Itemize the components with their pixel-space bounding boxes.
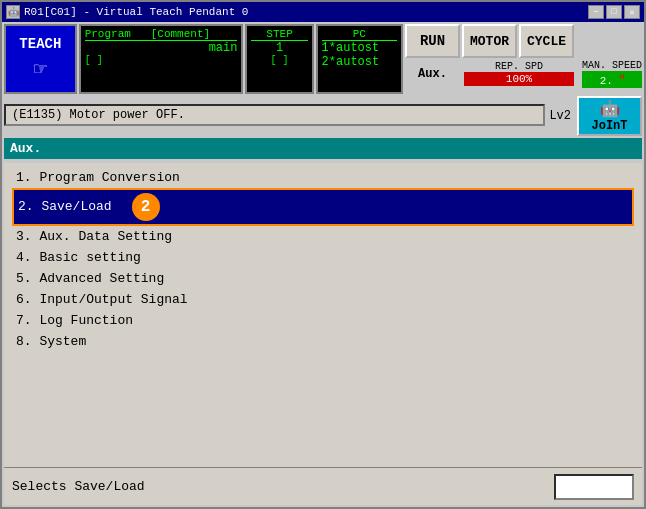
pc-line1: 1*autost [322,41,397,55]
teach-label: TEACH [19,36,61,52]
menu-list: 1. Program Conversion2. Save/Load23. Aux… [4,163,642,467]
status-message-box: (E1135) Motor power OFF. [4,104,545,126]
joint-label: JoInT [591,119,627,133]
app-icon: 🤖 [6,5,20,19]
program-comment-box: Program [Comment] main [ ] [79,24,244,94]
bottom-status-text: Selects Save/Load [12,479,145,494]
rep-spd-bar: 100% [464,72,574,86]
pc-box: PC 1*autost 2*autost [316,24,403,94]
pc-header: PC [322,28,397,41]
joint-icon: 🤖 [600,99,620,119]
man-speed-section: MAN. SPEED 2. H [582,60,642,88]
title-bar-left: 🤖 R01[C01] - Virtual Teach Pendant 0 [6,5,248,19]
teach-button[interactable]: TEACH ☞ [4,24,77,94]
joint-button[interactable]: 🤖 JoInT [577,96,642,136]
lv-joint-area: Lv2 🤖 JoInT [549,96,642,136]
title-bar: 🤖 R01[C01] - Virtual Teach Pendant 0 − □… [2,2,644,22]
menu-item-3[interactable]: 3. Aux. Data Setting [12,226,634,247]
speed-indicator: H [620,72,625,81]
aux-label: Aux. [405,67,460,81]
step-value: 1 [251,41,307,55]
program-header: Program [Comment] [85,28,238,41]
minimize-button[interactable]: − [588,5,604,19]
selection-badge: 2 [132,193,160,221]
menu-item-8[interactable]: 8. System [12,331,634,352]
step-box: STEP 1 [ ] [245,24,313,94]
window-title: R01[C01] - Virtual Teach Pendant 0 [24,6,248,18]
menu-item-4[interactable]: 4. Basic setting [12,247,634,268]
title-bar-buttons: − □ ✕ [588,5,640,19]
main-section: Aux. 1. Program Conversion2. Save/Load23… [4,138,642,467]
menu-item-7[interactable]: 7. Log Function [12,310,634,331]
menu-item-1[interactable]: 1. Program Conversion [12,167,634,188]
rep-spd-label: REP. SPD [495,61,543,72]
rmc-section: RUN MOTOR CYCLE Aux. REP. SPD 100% [405,24,642,94]
teach-icon: ☞ [34,56,47,83]
content-area: TEACH ☞ Program [Comment] main [ ] STEP … [2,22,644,507]
program-bracket: [ ] [85,55,238,66]
lv2-label: Lv2 [549,109,571,123]
top-controls: TEACH ☞ Program [Comment] main [ ] STEP … [4,24,642,94]
main-window: 🤖 R01[C01] - Virtual Teach Pendant 0 − □… [0,0,646,509]
status-row: (E1135) Motor power OFF. Lv2 🤖 JoInT [4,96,642,136]
pc-line2: 2*autost [322,55,397,69]
motor-button[interactable]: MOTOR [462,24,517,58]
close-button[interactable]: ✕ [624,5,640,19]
rmc-top-row: RUN MOTOR CYCLE [405,24,642,58]
step-bracket: [ ] [251,55,307,66]
program-value: main [85,41,238,55]
speed-row: Aux. REP. SPD 100% MAN. SPEED 2. H [405,60,642,88]
menu-item-2[interactable]: 2. Save/Load2 [12,188,634,226]
run-button[interactable]: RUN [405,24,460,58]
menu-item-5[interactable]: 5. Advanced Setting [12,268,634,289]
bottom-input[interactable] [554,474,634,500]
man-speed-bar: 2. H [582,71,642,88]
cycle-button[interactable]: CYCLE [519,24,574,58]
step-header: STEP [251,28,307,41]
bottom-bar: Selects Save/Load [4,467,642,505]
status-message: (E1135) Motor power OFF. [12,108,185,122]
rep-spd-section: REP. SPD 100% [464,61,574,86]
aux-header: Aux. [4,138,642,159]
maximize-button[interactable]: □ [606,5,622,19]
man-speed-label: MAN. SPEED [582,60,642,71]
menu-item-6[interactable]: 6. Input/Output Signal [12,289,634,310]
